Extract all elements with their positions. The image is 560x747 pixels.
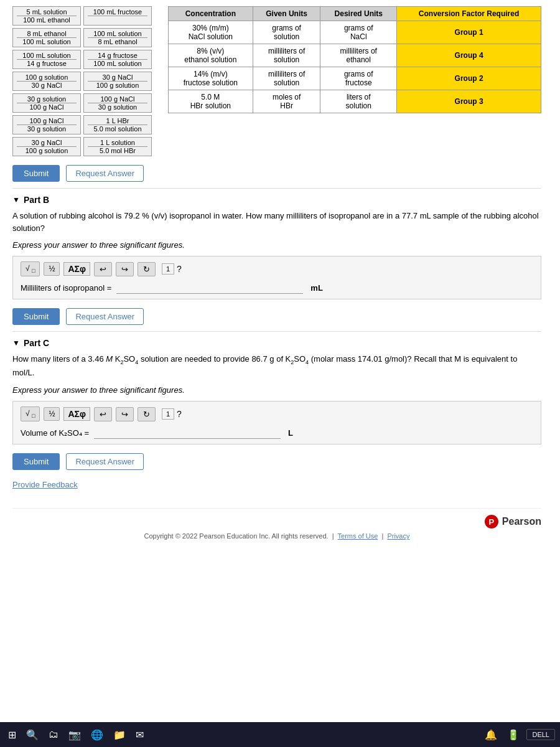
row4-group: Group 3 <box>397 90 541 113</box>
partb-request-button[interactable]: Request Answer <box>66 308 144 325</box>
row3-desired: grams offructose <box>320 67 397 90</box>
col-header-concentration: Concentration <box>169 7 253 21</box>
partb-sqrt-btn[interactable]: √ □ <box>21 261 40 276</box>
taskbar-explorer-icon[interactable]: 📁 <box>110 728 129 742</box>
row3-group: Group 2 <box>397 67 541 90</box>
partb-answer-label: Milliliters of isopropanol = <box>21 283 111 293</box>
partc-request-button[interactable]: Request Answer <box>66 453 144 470</box>
taskbar: ⊞ 🔍 🗂 📷 🌐 📁 ✉ 🔔 🔋 DELL <box>0 722 560 747</box>
row2-desired: milliliters ofethanol <box>320 44 397 67</box>
windows-icon[interactable]: ⊞ <box>5 728 19 742</box>
partb-redo-btn[interactable]: ↪ <box>116 262 134 276</box>
fraction-card-5b: 1 L HBr 5.0 mol solution <box>83 115 152 134</box>
partc-unit-label: L <box>288 428 293 438</box>
part-b-label: Part B <box>24 195 49 205</box>
part-b-section: ▼ Part B A solution of rubbing alcohol i… <box>12 195 541 325</box>
sqrt-icon: √ <box>26 264 30 273</box>
fraction-card-2a: 100 mL solution 14 g fructose <box>12 50 81 69</box>
row1-given: grams ofsolution <box>253 21 320 44</box>
part-b-question: A solution of rubbing alcohol is 79.2 % … <box>12 210 541 234</box>
partc-refresh-btn[interactable]: ↻ <box>138 407 156 421</box>
fraction-card-0b: 100 mL fructose <box>83 6 152 26</box>
part-b-collapse-arrow[interactable]: ▼ <box>12 195 20 204</box>
copyright-text: Copyright © 2022 Pearson Education Inc. … <box>12 532 541 540</box>
search-taskbar-icon[interactable]: 🔍 <box>23 728 42 742</box>
col-header-conversion: Conversion Factor Required <box>397 7 541 21</box>
part-c-collapse-arrow[interactable]: ▼ <box>12 339 20 347</box>
fraction-card-6a: 30 g NaCl 100 g solution <box>12 137 81 156</box>
fraction-card-3b: 30 g NaCl 100 g solution <box>83 72 152 91</box>
fraction-card-4a: 30 g solution 100 g NaCl <box>12 93 81 113</box>
part-c-sig-figs: Express your answer to three significant… <box>12 385 541 395</box>
taskbar-notification-icon[interactable]: 🔔 <box>482 728 500 742</box>
partb-submit-button[interactable]: Submit <box>12 308 60 325</box>
partc-submit-button[interactable]: Submit <box>12 453 60 470</box>
taskbar-camera-icon[interactable]: 📷 <box>65 728 84 742</box>
parta-submit-button[interactable]: Submit <box>12 165 60 182</box>
row4-given: moles ofHBr <box>253 90 320 113</box>
feedback-link[interactable]: Provide Feedback <box>12 480 78 489</box>
fraction-card-2b: 14 g fructose 100 mL solution <box>83 50 152 69</box>
fraction-card-1a: 8 mL ethanol 100 mL solution <box>12 28 81 47</box>
conversion-table: Concentration Given Units Desired Units … <box>168 6 541 113</box>
row1-concentration: 30% (m/m)NaCl solution <box>169 21 253 44</box>
part-c-section: ▼ Part C How many liters of a 3.46 M K2S… <box>12 338 541 470</box>
part-b-sig-figs: Express your answer to three significant… <box>12 240 541 250</box>
partb-fraction-btn[interactable]: ½ <box>44 262 60 276</box>
fraction-card-1b: 100 mL solution 8 mL ethanol <box>83 28 152 47</box>
parta-request-button[interactable]: Request Answer <box>66 165 144 182</box>
row1-desired: grams ofNaCl <box>320 21 397 44</box>
fraction-card-6b: 1 L solution 5.0 mol HBr <box>83 137 152 156</box>
taskbar-edge-icon[interactable]: 🌐 <box>88 728 106 742</box>
row2-group: Group 4 <box>397 44 541 67</box>
row3-given: milliliters ofsolution <box>253 67 320 90</box>
terms-link[interactable]: Terms of Use <box>338 532 378 540</box>
pearson-icon: P <box>485 515 498 529</box>
part-c-answer-area: √ □ ½ AΣφ ↩ ↪ ↻ 1 ? Volume of K₂SO₄ = L <box>12 401 541 444</box>
partc-undo-btn[interactable]: ↩ <box>94 407 112 421</box>
partb-help-icon[interactable]: ? <box>177 264 182 274</box>
partb-answer-input[interactable] <box>116 281 303 294</box>
fraction-card-0a: 5 mL solution 100 mL ethanol <box>12 6 81 26</box>
partb-refresh-btn[interactable]: ↻ <box>138 262 156 276</box>
part-b-answer-area: √ □ ½ AΣφ ↩ ↪ ↻ 1 ? Milliliters of isopr… <box>12 256 541 299</box>
pearson-label: Pearson <box>502 516 541 527</box>
taskbar-folder-icon[interactable]: 🗂 <box>45 728 62 741</box>
fraction-card-5a: 100 g NaCl 30 g solution <box>12 115 81 134</box>
partc-answer-input[interactable] <box>94 426 281 439</box>
partc-sqrt-btn[interactable]: √ □ <box>21 406 40 421</box>
dell-button[interactable]: DELL <box>526 729 555 740</box>
fraction-card-3a: 100 g solution 30 g NaCl <box>12 72 81 91</box>
fraction-card-4b: 100 g NaCl 30 g solution <box>83 93 152 113</box>
row1-group: Group 1 <box>397 21 541 44</box>
part-c-label: Part C <box>24 338 49 348</box>
partb-symbol-btn[interactable]: AΣφ <box>63 262 90 276</box>
row4-concentration: 5.0 MHBr solution <box>169 90 253 113</box>
partc-symbol-btn[interactable]: AΣφ <box>63 407 90 421</box>
row2-given: milliliters ofsolution <box>253 44 320 67</box>
partc-fraction-btn[interactable]: ½ <box>44 407 60 421</box>
partb-unit-label: mL <box>310 283 323 293</box>
partc-qnum-icon: 1 <box>162 408 174 420</box>
partb-undo-btn[interactable]: ↩ <box>94 262 112 276</box>
partc-redo-btn[interactable]: ↪ <box>116 407 134 421</box>
taskbar-mail-icon[interactable]: ✉ <box>133 728 147 742</box>
row2-concentration: 8% (v/v)ethanol solution <box>169 44 253 67</box>
row3-concentration: 14% (m/v)fructose solution <box>169 67 253 90</box>
sqrt-icon-c: √ <box>26 409 30 418</box>
partb-qnum-icon: 1 <box>162 263 174 275</box>
row4-desired: liters ofsolution <box>320 90 397 113</box>
col-header-given: Given Units <box>253 7 320 21</box>
taskbar-battery-icon[interactable]: 🔋 <box>504 728 523 742</box>
part-c-question: How many liters of a 3.46 M K2SO4 soluti… <box>12 353 541 379</box>
partc-help-icon[interactable]: ? <box>177 409 182 419</box>
privacy-link[interactable]: Privacy <box>387 532 409 540</box>
partc-answer-label: Volume of K₂SO₄ = <box>21 428 89 438</box>
col-header-desired: Desired Units <box>320 7 397 21</box>
